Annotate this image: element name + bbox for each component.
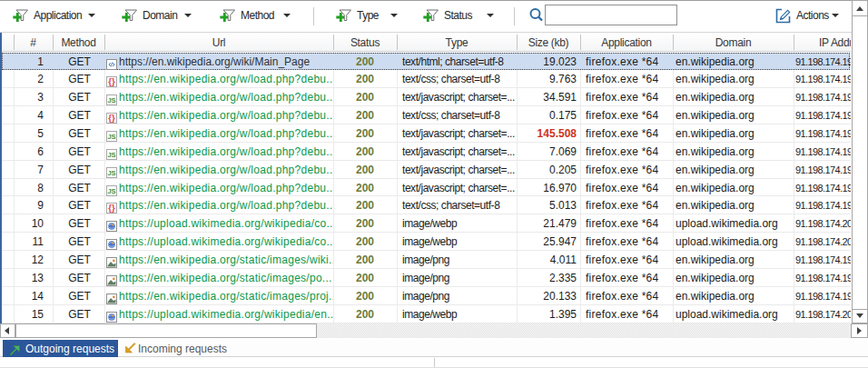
svg-text:JS: JS [107,133,115,141]
svg-text:{}: {} [108,203,115,213]
svg-text:JS: JS [107,186,115,194]
svg-text:JS: JS [107,169,115,177]
svg-text:JS: JS [107,96,115,104]
svg-text:{}: {} [108,113,115,123]
svg-text:JS: JS [107,151,115,159]
svg-text:{}: {} [108,76,115,86]
